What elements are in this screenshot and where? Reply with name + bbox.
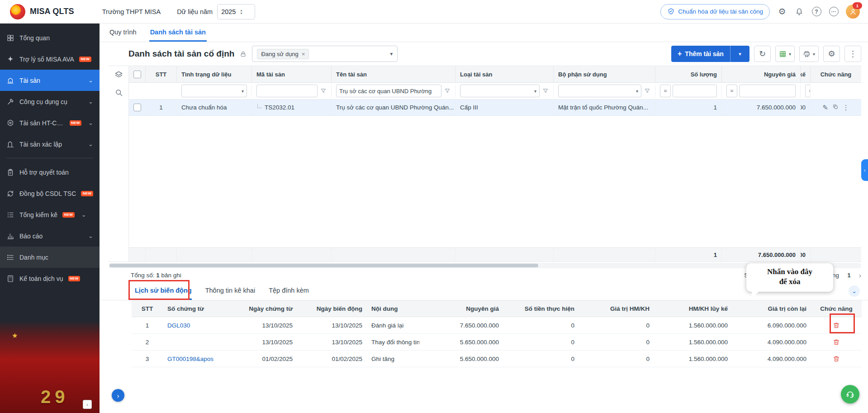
select-all-checkbox[interactable] <box>133 71 141 78</box>
more-menu-icon[interactable]: ⋯ <box>829 7 839 17</box>
filter-code-cell <box>252 85 332 97</box>
code-filter-input[interactable] <box>256 85 318 97</box>
status-filter-select[interactable]: ▾ <box>181 85 247 97</box>
edit-icon[interactable]: ✎ <box>822 104 828 112</box>
artwork-number: 29 <box>41 387 69 407</box>
name-filter-input[interactable] <box>336 85 441 97</box>
cell-remaining: 6.090.000.000 <box>732 317 811 333</box>
tab-lich-su-bien-dong[interactable]: Lịch sử biến động <box>135 282 192 300</box>
sidebar-item-tools-supplies[interactable]: Công cụ dụng cụ ⌄ <box>0 91 100 112</box>
cell-doc-date: 13/10/2025 <box>230 317 297 333</box>
funnel-icon[interactable] <box>444 88 451 94</box>
delete-history-button[interactable] <box>833 355 840 362</box>
sidebar-item-categories[interactable]: Danh mục <box>0 247 100 268</box>
cell-change-date: 01/02/2025 <box>297 351 367 367</box>
more-actions-button[interactable]: ⋮ <box>844 46 861 62</box>
side-panel-toggle[interactable]: ‹ <box>861 159 868 181</box>
funnel-icon[interactable] <box>644 88 650 94</box>
summary-empty-cell <box>332 248 455 261</box>
new-badge: NEW <box>68 276 81 281</box>
scrollbar-thumb[interactable] <box>109 264 538 267</box>
delete-history-button[interactable] <box>833 322 840 329</box>
tab-tep-dinh-kem[interactable]: Tệp đính kèm <box>269 282 309 300</box>
sidebar-item-inventory[interactable]: Tổng kiểm kê NEW ⌄ <box>0 204 100 225</box>
standardize-button[interactable]: Chuẩn hóa dữ liệu tài sản công <box>660 4 770 19</box>
search-icon[interactable] <box>114 88 123 99</box>
help-icon[interactable]: ? <box>811 7 821 17</box>
notification-bell-icon[interactable] <box>794 7 804 17</box>
status-filter-dropdown[interactable]: Đang sử dụng × ▾ <box>252 46 398 62</box>
year-select[interactable]: 2025 ▴▾ <box>217 4 255 19</box>
document-link[interactable]: DGL030 <box>167 322 190 329</box>
sidebar-item-ht-cns-assets[interactable]: Tài sản HT-CNS NEW ⌄ <box>0 112 100 133</box>
sidebar-item-established-assets[interactable]: Tài sản xác lập ⌄ <box>0 133 100 155</box>
layers-icon[interactable] <box>114 71 123 81</box>
settings-gear-icon[interactable]: ⚙ <box>777 7 787 17</box>
chevron-left-icon: ‹ <box>864 167 866 173</box>
sidebar-item-reports[interactable]: Báo cáo ⌄ <box>0 225 100 247</box>
toolbar-actions: + Thêm tài sản ▾ ↻ ▾ ▾ ⚙ ⋮ <box>671 46 861 62</box>
tab-danh-sach-tai-san[interactable]: Danh sách tài sản <box>149 24 207 42</box>
printer-icon <box>803 50 811 58</box>
add-asset-button[interactable]: + Thêm tài sản <box>671 46 730 62</box>
grid-main: STT Tình trạng dữ liệu Mã tài sản Tên tà… <box>129 66 861 261</box>
equals-operator[interactable]: = <box>660 85 671 97</box>
overview-icon <box>6 34 14 42</box>
page-number[interactable]: 1 <box>844 272 854 279</box>
add-asset-dropdown[interactable]: ▾ <box>730 46 749 62</box>
sidebar-collapse-button[interactable]: ‹ <box>83 400 92 409</box>
equals-operator[interactable]: = <box>805 85 811 97</box>
user-avatar[interactable]: 1 <box>846 5 860 19</box>
sidebar-item-settlement-support[interactable]: Hỗ trợ quyết toán <box>0 161 100 183</box>
sidebar-item-assets[interactable]: Tài sản ⌄ <box>0 70 100 91</box>
type-filter-select[interactable]: ▾ <box>460 85 540 97</box>
next-page-icon[interactable]: › <box>859 271 861 279</box>
year-spinner-icon[interactable]: ▴▾ <box>240 9 242 15</box>
qty-filter-input[interactable] <box>673 85 717 97</box>
tab-quy-trinh[interactable]: Quy trình <box>109 24 138 42</box>
summary-empty-cell <box>455 248 554 261</box>
sidebar-item-service-accounting[interactable]: Kế toán dịch vụ NEW <box>0 268 100 289</box>
sidebar-item-tsc-sync[interactable]: Đồng bộ CSDL TSC NEW <box>0 183 100 204</box>
chip-remove-icon[interactable]: × <box>302 51 305 57</box>
more-row-actions-icon[interactable]: ⋮ <box>843 104 849 112</box>
asset-grid: STT Tình trạng dữ liệu Mã tài sản Tên tà… <box>109 66 861 262</box>
view-layout-button[interactable]: ▾ <box>775 46 795 62</box>
copy-icon[interactable] <box>832 104 839 111</box>
building-icon <box>6 140 14 148</box>
topbar: MISA QLTS Trường THPT MISA Dữ liệu năm 2… <box>0 0 868 24</box>
delete-history-button[interactable] <box>833 338 840 346</box>
grid-settings-button[interactable]: ⚙ <box>823 46 840 62</box>
header-loai-tai-san: Loại tài sản <box>455 66 554 82</box>
filter-type-cell: ▾ <box>455 85 554 97</box>
cell-doc-no: DGL030 <box>163 317 230 333</box>
cell-stt: 1 <box>132 317 163 333</box>
document-link[interactable]: GT000198&apos <box>167 356 213 362</box>
refresh-button[interactable]: ↻ <box>754 46 771 62</box>
filter-status-cell: ▾ <box>177 85 252 97</box>
support-button[interactable] <box>841 385 859 404</box>
header-ten-tai-san: Tên tài sản <box>332 66 455 82</box>
grid-header-row: STT Tình trạng dữ liệu Mã tài sản Tên tà… <box>129 66 861 83</box>
row-checkbox[interactable] <box>133 104 141 111</box>
funnel-icon[interactable] <box>542 88 549 94</box>
collapse-panel-icon[interactable]: ⌄ <box>849 285 860 297</box>
misa-logo-icon <box>10 4 25 19</box>
equals-operator[interactable]: = <box>726 85 737 97</box>
cost-filter-input[interactable] <box>739 85 796 97</box>
sidebar-item-ava-assistant[interactable]: Trợ lý số MISA AVA NEW <box>0 48 100 70</box>
funnel-icon[interactable] <box>320 88 327 94</box>
expand-panel-button[interactable]: › <box>112 389 124 402</box>
tab-thong-tin-ke-khai[interactable]: Thông tin kê khai <box>205 282 255 300</box>
cell-hmkh: 0 <box>579 351 654 367</box>
page-title: Danh sách tài sản cố định <box>128 49 234 59</box>
asset-table-row[interactable]: 1 Chưa chuẩn hóa TS2032.01 Trụ sở các cơ… <box>129 100 861 116</box>
app-window: MISA QLTS Trường THPT MISA Dữ liệu năm 2… <box>0 0 868 413</box>
summary-empty-cell <box>554 248 655 261</box>
summary-empty-cell <box>252 248 332 261</box>
print-button[interactable]: ▾ <box>799 46 819 62</box>
assets-icon <box>6 76 14 85</box>
sidebar-item-overview[interactable]: Tổng quan <box>0 27 100 48</box>
dept-filter-select[interactable]: ▾ <box>558 85 641 97</box>
cell-stt: 2 <box>132 334 163 350</box>
